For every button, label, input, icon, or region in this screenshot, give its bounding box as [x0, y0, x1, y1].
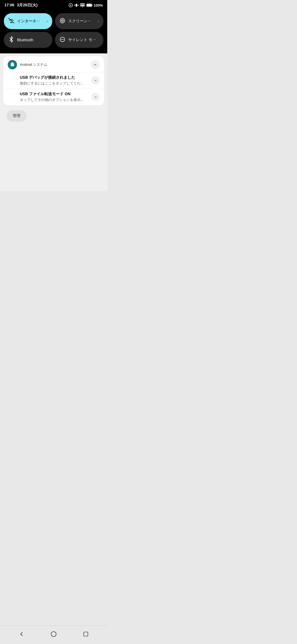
usb-file-transfer-body: タップしてその他のオプションを表示... [20, 97, 89, 102]
svg-point-16 [12, 64, 12, 64]
silent-tile-label: サイレント モ‥ [68, 37, 99, 42]
tile-screen[interactable]: スクリーン‥ › [55, 13, 103, 29]
internet-tile-label: インターネ‥ [17, 19, 44, 24]
usb-file-transfer-notification[interactable]: USB ファイル転送モード ON タップしてその他のオプションを表示... [3, 89, 104, 105]
notification-card-header: Android システム [3, 56, 104, 72]
time: 17:06 [4, 3, 14, 7]
bluetooth-tile-label: Bluetooth [17, 38, 48, 42]
usb-file-transfer-title: USB ファイル転送モード ON [20, 92, 89, 97]
usb-debug-body: 無効にするにはここをタップしてくだ... [20, 81, 89, 86]
svg-point-14 [62, 20, 63, 21]
quick-tiles-grid: インターネ‥ › スクリーン‥ › Bluetooth [0, 10, 107, 53]
usb-debug-content: USB デバッグが接続されました 無効にするにはここをタップしてくだ... [20, 75, 89, 86]
usb-debug-notification[interactable]: USB デバッグが接続されました 無効にするにはここをタップしてくだ... [3, 72, 104, 89]
status-time-date: 17:06 3月26日(火) [4, 3, 37, 8]
notification-collapse-button[interactable] [91, 60, 100, 69]
svg-point-11 [11, 23, 12, 23]
svg-point-1 [70, 5, 71, 6]
screen-tile-label: スクリーン‥ [68, 19, 95, 24]
manage-button[interactable]: 管理 [7, 110, 26, 122]
usb-file-transfer-expand-button[interactable] [91, 93, 100, 101]
svg-rect-10 [92, 5, 92, 6]
usb-debug-expand-button[interactable] [91, 76, 100, 84]
usb-debug-title: USB デバッグが接続されました [20, 75, 89, 80]
android-system-notification-card: Android システム USB デバッグが接続されました 無効にするにはここを… [3, 56, 104, 105]
bluetooth-icon [8, 36, 14, 44]
alarm-icon [68, 3, 73, 7]
screen-record-icon [59, 18, 65, 25]
android-system-app-icon [8, 60, 17, 69]
android-system-app-name: Android システム [20, 62, 88, 67]
svg-point-7 [82, 7, 83, 7]
status-icons: 100% [68, 3, 103, 7]
tile-bluetooth[interactable]: Bluetooth [4, 32, 52, 48]
svg-point-17 [13, 64, 13, 64]
wifi-no-signal-icon [8, 18, 14, 25]
battery-icon [86, 3, 92, 7]
vibrate-icon [74, 3, 79, 7]
svg-rect-9 [87, 4, 92, 7]
silent-mode-icon [59, 37, 65, 43]
tile-silent[interactable]: サイレント モ‥ [55, 32, 103, 48]
battery-percent: 100% [94, 3, 103, 7]
usb-file-transfer-content: USB ファイル転送モード ON タップしてその他のオプションを表示... [20, 92, 89, 102]
notification-area: Android システム USB デバッグが接続されました 無効にするにはここを… [0, 53, 107, 191]
internet-chevron-icon: › [47, 19, 48, 23]
tile-internet[interactable]: インターネ‥ › [4, 13, 52, 29]
screen-chevron-icon: › [98, 19, 99, 23]
status-bar: 17:06 3月26日(火) [0, 0, 107, 10]
wifi-icon [80, 3, 85, 7]
svg-rect-6 [76, 4, 77, 7]
date: 3月26日(火) [17, 3, 38, 7]
